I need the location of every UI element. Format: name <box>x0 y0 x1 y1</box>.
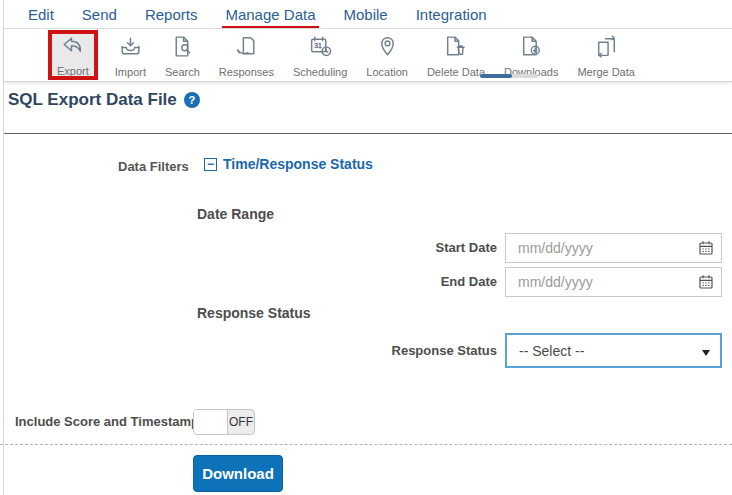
collapse-icon[interactable]: − <box>204 158 217 171</box>
scheduling-icon: 31 <box>308 34 333 63</box>
toolbar-scrollbar[interactable] <box>480 74 538 78</box>
toolbar-item-label: Location <box>366 66 408 78</box>
toolbar-scrollbar-thumb[interactable] <box>480 74 512 78</box>
toolbar-item-import[interactable]: Import <box>113 29 148 81</box>
footer-divider <box>0 444 732 445</box>
toolbar-item-location[interactable]: Location <box>364 29 410 81</box>
manage-data-toolbar: Export Import Search Responses 31 Schedu… <box>4 28 732 82</box>
response-status-label: Response Status <box>357 343 497 358</box>
data-filters-label: Data Filters <box>118 159 189 174</box>
page-header: SQL Export Data File ? <box>8 90 200 110</box>
toolbar-item-label: Import <box>115 66 146 78</box>
nav-item-mobile[interactable]: Mobile <box>344 6 388 23</box>
toolbar-item-search[interactable]: Search <box>163 29 202 81</box>
header-divider <box>4 133 732 134</box>
toolbar-item-label: Merge Data <box>577 66 634 78</box>
toggle-knob <box>194 410 228 434</box>
toolbar-item-export[interactable]: Export <box>48 30 98 80</box>
start-date-input[interactable] <box>505 233 722 263</box>
filter-section-toggle[interactable]: − Time/Response Status <box>204 156 373 172</box>
download-button[interactable]: Download <box>193 455 283 492</box>
nav-item-manage-data[interactable]: Manage Data <box>225 6 315 23</box>
toolbar-item-label: Delete Data <box>427 66 485 78</box>
search-icon <box>170 34 195 63</box>
toolbar-item-label: Export <box>57 65 89 77</box>
toolbar-item-label: Responses <box>219 66 274 78</box>
delete-data-icon <box>443 34 468 63</box>
responses-icon <box>234 34 259 63</box>
toolbar-item-label: Scheduling <box>293 66 347 78</box>
export-icon <box>60 33 85 62</box>
top-nav: Edit Send Reports Manage Data Mobile Int… <box>4 0 732 28</box>
nav-item-send[interactable]: Send <box>82 6 117 23</box>
nav-item-edit[interactable]: Edit <box>28 6 54 23</box>
dropdown-caret-icon <box>702 350 710 356</box>
response-status-heading: Response Status <box>197 305 311 321</box>
end-date-label: End Date <box>357 274 497 289</box>
help-icon[interactable]: ? <box>184 92 200 108</box>
location-icon <box>375 34 400 63</box>
response-status-select[interactable]: -- Select -- <box>505 333 722 368</box>
filter-section-label[interactable]: Time/Response Status <box>223 156 373 172</box>
toolbar-item-merge-data[interactable]: Merge Data <box>575 29 636 81</box>
merge-data-icon <box>594 34 619 63</box>
date-range-heading: Date Range <box>197 206 274 222</box>
include-score-toggle[interactable]: OFF <box>193 409 255 435</box>
end-date-input[interactable] <box>505 267 722 297</box>
toolbar-item-delete-data[interactable]: Delete Data <box>425 29 487 81</box>
nav-item-integration[interactable]: Integration <box>416 6 487 23</box>
page-title: SQL Export Data File <box>8 90 177 110</box>
toggle-state-label: OFF <box>228 410 254 434</box>
svg-text:31: 31 <box>314 42 322 49</box>
nav-item-reports[interactable]: Reports <box>145 6 198 23</box>
response-status-selected-value: -- Select -- <box>519 343 584 359</box>
start-date-label: Start Date <box>357 240 497 255</box>
toolbar-item-scheduling[interactable]: 31 Scheduling <box>291 29 349 81</box>
downloads-icon <box>519 34 544 63</box>
include-score-label: Include Score and Timestamp <box>15 414 199 429</box>
toolbar-item-responses[interactable]: Responses <box>217 29 276 81</box>
toolbar-item-label: Search <box>165 66 200 78</box>
import-icon <box>118 34 143 63</box>
sql-export-page: Edit Send Reports Manage Data Mobile Int… <box>0 0 732 495</box>
